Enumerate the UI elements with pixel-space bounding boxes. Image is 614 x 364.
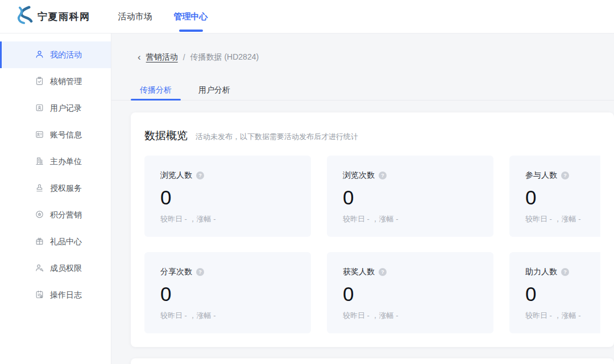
breadcrumb-link-marketing[interactable]: 营销活动 bbox=[146, 52, 178, 62]
top-nav: 活动市场 管理中心 bbox=[107, 0, 219, 33]
stat-label-text: 助力人数 bbox=[525, 267, 557, 277]
stat-label: 助力人数 ? bbox=[525, 267, 600, 277]
question-icon[interactable]: ? bbox=[379, 171, 387, 179]
stats-row-1: 浏览人数 ? 0 较昨日 - ，涨幅 - 浏览次数 ? 0 较昨日 - ，涨幅 … bbox=[144, 156, 600, 237]
user-icon bbox=[35, 49, 44, 61]
stat-label-text: 获奖人数 bbox=[343, 267, 375, 277]
account-card-icon bbox=[35, 129, 44, 141]
stat-label-text: 参与人数 bbox=[525, 170, 557, 181]
card-title: 数据概览 bbox=[144, 128, 188, 143]
stat-value: 0 bbox=[343, 282, 493, 306]
card-header: 数据概览 活动未发布，以下数据需要活动发布后才进行统计 bbox=[144, 128, 600, 143]
question-icon[interactable]: ? bbox=[561, 171, 569, 179]
brand-logo-icon bbox=[16, 6, 33, 27]
sidebar-item-label: 授权服务 bbox=[50, 183, 82, 194]
sidebar-item-account-info[interactable]: 账号信息 bbox=[0, 122, 111, 148]
sidebar-item-label: 账号信息 bbox=[50, 130, 82, 140]
stat-compare: 较昨日 - ，涨幅 - bbox=[343, 311, 493, 321]
question-icon[interactable]: ? bbox=[561, 268, 569, 276]
sidebar-item-label: 主办单位 bbox=[50, 157, 82, 167]
stat-compare: 较昨日 - ，涨幅 - bbox=[343, 214, 493, 224]
user-key-icon bbox=[35, 263, 44, 274]
sidebar-item-authorization[interactable]: 授权服务 bbox=[0, 175, 111, 202]
breadcrumb-separator: / bbox=[183, 53, 185, 62]
sidebar-item-my-activities[interactable]: 我的活动 bbox=[0, 41, 111, 68]
clipboard-check-icon bbox=[35, 76, 44, 87]
stat-label-text: 分享次数 bbox=[160, 267, 192, 277]
stat-value: 0 bbox=[525, 282, 600, 306]
stat-compare: 较昨日 - ，涨幅 - bbox=[525, 311, 600, 321]
medal-icon bbox=[35, 210, 44, 221]
tab-user-analysis[interactable]: 用户分析 bbox=[189, 85, 239, 100]
stat-compare: 较昨日 - ，涨幅 - bbox=[525, 214, 600, 224]
sidebar-item-label: 礼品中心 bbox=[50, 237, 82, 247]
stat-compare: 较昨日 - ，涨幅 - bbox=[160, 311, 311, 321]
brand[interactable]: 宁夏雨科网 bbox=[16, 6, 90, 27]
sidebar-item-member-permissions[interactable]: 成员权限 bbox=[0, 255, 111, 282]
back-chevron-icon[interactable]: ‹ bbox=[138, 53, 141, 61]
stat-value: 0 bbox=[160, 282, 311, 306]
nav-item-activity-market[interactable]: 活动市场 bbox=[107, 0, 163, 33]
sidebar-item-label: 成员权限 bbox=[50, 263, 82, 274]
breadcrumb-current: 传播数据 (HD2824) bbox=[190, 52, 259, 62]
stat-label: 浏览次数 ? bbox=[343, 170, 493, 181]
card-note: 活动未发布，以下数据需要活动发布后才进行统计 bbox=[196, 132, 358, 142]
stat-card-participants: 参与人数 ? 0 较昨日 - ，涨幅 - bbox=[509, 156, 600, 237]
stat-card-boosters: 助力人数 ? 0 较昨日 - ，涨幅 - bbox=[509, 252, 600, 333]
log-icon bbox=[35, 290, 44, 301]
sidebar-item-label: 操作日志 bbox=[50, 290, 82, 300]
stat-label-text: 浏览次数 bbox=[343, 170, 375, 181]
stat-value: 0 bbox=[525, 186, 600, 210]
sidebar: 我的活动 核销管理 用户记录 账号信息 主办单位 授权服务 积分营销 礼品中心 bbox=[0, 34, 111, 364]
sidebar-item-organizer[interactable]: 主办单位 bbox=[0, 148, 111, 175]
tab-spread-analysis[interactable]: 传播分析 bbox=[131, 85, 181, 100]
sidebar-item-label: 核销管理 bbox=[50, 77, 82, 87]
main-content: ‹ 营销活动 / 传播数据 (HD2824) 传播分析 用户分析 数据概览 活动… bbox=[111, 34, 614, 364]
sidebar-item-operation-log[interactable]: 操作日志 bbox=[0, 282, 111, 308]
sidebar-item-label: 我的活动 bbox=[50, 50, 82, 60]
stat-card-view-users: 浏览人数 ? 0 较昨日 - ，涨幅 - bbox=[144, 156, 311, 237]
id-badge-icon bbox=[35, 103, 44, 114]
sidebar-item-verification[interactable]: 核销管理 bbox=[0, 68, 111, 95]
data-overview-card: 数据概览 活动未发布，以下数据需要活动发布后才进行统计 浏览人数 ? 0 较昨日… bbox=[131, 112, 614, 347]
sidebar-item-user-records[interactable]: 用户记录 bbox=[0, 95, 111, 122]
stats-row-2: 分享次数 ? 0 较昨日 - ，涨幅 - 获奖人数 ? 0 较昨日 - ，涨幅 … bbox=[144, 252, 600, 333]
stat-label-text: 浏览人数 bbox=[160, 170, 192, 181]
question-icon[interactable]: ? bbox=[196, 171, 204, 179]
stat-label: 分享次数 ? bbox=[160, 267, 311, 277]
sidebar-item-gift-center[interactable]: 礼品中心 bbox=[0, 228, 111, 255]
next-card-partial bbox=[131, 358, 614, 364]
sidebar-item-label: 积分营销 bbox=[50, 210, 82, 220]
brand-name: 宁夏雨科网 bbox=[38, 10, 90, 23]
analysis-tabs: 传播分析 用户分析 bbox=[111, 85, 614, 101]
stat-label: 参与人数 ? bbox=[525, 170, 600, 181]
stat-label: 浏览人数 ? bbox=[160, 170, 311, 181]
breadcrumb: ‹ 营销活动 / 传播数据 (HD2824) bbox=[111, 34, 614, 62]
stat-value: 0 bbox=[160, 186, 311, 210]
stat-card-view-count: 浏览次数 ? 0 较昨日 - ，涨幅 - bbox=[327, 156, 493, 237]
question-icon[interactable]: ? bbox=[196, 268, 204, 276]
stat-compare: 较昨日 - ，涨幅 - bbox=[160, 214, 311, 224]
gift-icon bbox=[35, 236, 44, 248]
sidebar-item-points-marketing[interactable]: 积分营销 bbox=[0, 202, 111, 228]
top-header: 宁夏雨科网 活动市场 管理中心 bbox=[0, 0, 614, 34]
question-icon[interactable]: ? bbox=[379, 268, 387, 276]
stat-label: 获奖人数 ? bbox=[343, 267, 493, 277]
building-icon bbox=[35, 156, 44, 168]
nav-item-admin-center[interactable]: 管理中心 bbox=[163, 0, 219, 33]
stamp-icon bbox=[35, 183, 44, 194]
stat-card-winners: 获奖人数 ? 0 较昨日 - ，涨幅 - bbox=[327, 252, 493, 333]
sidebar-item-label: 用户记录 bbox=[50, 103, 82, 114]
stat-value: 0 bbox=[343, 186, 493, 210]
stat-card-share-count: 分享次数 ? 0 较昨日 - ，涨幅 - bbox=[144, 252, 311, 333]
